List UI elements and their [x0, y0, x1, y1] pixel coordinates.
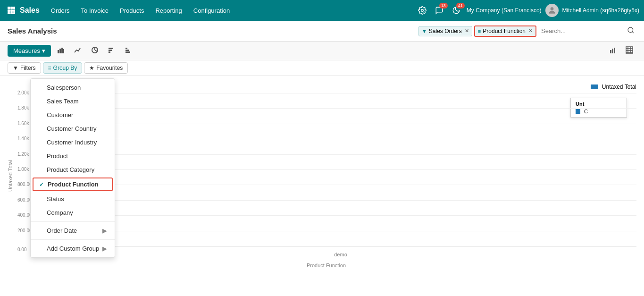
groupby-product-category[interactable]: Product Category [31, 163, 115, 177]
svg-line-12 [632, 32, 634, 33]
y-label-400: 400.00 [17, 212, 32, 218]
top-navigation: Sales Orders To Invoice Products Reporti… [0, 0, 644, 21]
y-label-1200: 1.20k [17, 152, 29, 157]
settings-icon-btn[interactable] [416, 4, 429, 17]
svg-rect-4 [10, 9, 13, 12]
page-title: Sales Analysis [8, 27, 57, 35]
y-label-800: 800.00 [17, 182, 32, 187]
favourites-button[interactable]: ★ Favourites [84, 62, 128, 74]
groupby-order-date[interactable]: Order Date ▶ [31, 224, 115, 237]
checkmark-product-category [38, 167, 44, 173]
nav-configuration[interactable]: Configuration [189, 4, 234, 17]
legend-color-swatch [591, 85, 598, 89]
svg-rect-0 [8, 7, 10, 9]
filter-icon: ▼ [422, 28, 427, 34]
svg-rect-20 [109, 51, 110, 53]
user-avatar[interactable] [545, 4, 559, 17]
checkmark-sales-team [38, 98, 44, 105]
y-label-1400: 1.40k [17, 136, 29, 141]
y-label-600: 600.00 [17, 197, 32, 203]
svg-rect-25 [125, 51, 130, 53]
groupby-product[interactable]: Product [31, 149, 115, 163]
measures-button[interactable]: Measures ▾ [8, 45, 51, 57]
filters-label: Filters [20, 65, 36, 71]
measures-dropdown-icon: ▾ [42, 47, 45, 54]
groupby-add-custom[interactable]: Add Custom Group ▶ [31, 242, 115, 255]
groupby-sales-team[interactable]: Sales Team [31, 94, 115, 108]
company-name: My Company (San Francisco) [467, 7, 542, 14]
y-label-200: 200.00 [17, 228, 32, 233]
svg-rect-1 [10, 7, 13, 9]
groupby-salesperson-label: Salesperson [47, 84, 81, 91]
svg-rect-27 [612, 49, 613, 53]
filters-button[interactable]: ▼ Filters [8, 62, 41, 74]
nav-to-invoice[interactable]: To Invoice [76, 4, 114, 17]
nav-orders[interactable]: Orders [46, 4, 75, 17]
bar-chart-button[interactable] [54, 44, 68, 57]
groupby-company-label: Company [47, 209, 73, 216]
activities-badge: 41 [456, 3, 465, 8]
pie-chart-button[interactable] [88, 44, 102, 57]
svg-rect-5 [13, 9, 15, 12]
line-chart-button[interactable] [71, 44, 85, 57]
groupby-company[interactable]: Company [31, 206, 115, 220]
dropdown-divider-2 [31, 239, 115, 240]
groupby-customer-industry-label: Customer Industry [47, 139, 97, 146]
groupby-customer-country[interactable]: Customer Country [31, 122, 115, 135]
svg-rect-24 [125, 50, 129, 51]
search-input[interactable] [538, 25, 623, 36]
dropdown-divider-1 [31, 221, 115, 222]
checkmark-order-date [38, 228, 44, 234]
legend-label: Untaxed Total [602, 84, 636, 90]
filter-icon-symbol: ▼ [13, 65, 18, 71]
groupby-button[interactable]: ≡ Group By [43, 62, 83, 74]
svg-point-11 [628, 27, 633, 33]
apps-menu-button[interactable] [5, 4, 18, 17]
search-tag-sales-orders[interactable]: ▼ Sales Orders ✕ [418, 26, 472, 36]
descending-sort-button[interactable] [122, 44, 136, 57]
groupby-sales-team-label: Sales Team [47, 98, 79, 105]
svg-line-19 [95, 50, 97, 51]
y-label-1600: 1.60k [17, 121, 29, 126]
svg-rect-2 [13, 7, 15, 9]
groupby-product-label: Product [47, 152, 68, 160]
search-area: ▼ Sales Orders ✕ ≡ Product Function ✕ [61, 25, 636, 37]
search-tag-product-function-label: Product Function [483, 28, 526, 34]
search-tag-sales-orders-label: Sales Orders [429, 28, 462, 34]
groupby-product-category-label: Product Category [47, 166, 94, 173]
search-tag-product-function-close[interactable]: ✕ [528, 28, 533, 34]
svg-rect-15 [61, 48, 63, 53]
svg-rect-6 [8, 12, 10, 14]
groupby-customer-industry[interactable]: Customer Industry [31, 135, 115, 149]
groupby-customer-label: Customer [47, 111, 73, 118]
toolbar: Measures ▾ [0, 42, 644, 60]
svg-rect-16 [63, 49, 64, 53]
table-view-button[interactable] [622, 44, 636, 57]
ascending-sort-button[interactable] [105, 44, 119, 57]
groupby-product-function[interactable]: ✓ Product Function [33, 178, 113, 191]
messages-badge: 13 [439, 3, 448, 8]
groupby-dropdown: Salesperson Sales Team Customer Customer… [30, 78, 115, 258]
order-date-arrow: ▶ [102, 227, 107, 234]
groupby-status-label: Status [47, 195, 64, 203]
groupby-label: Group By [53, 65, 77, 71]
checkmark-company [38, 210, 44, 216]
search-button[interactable] [625, 25, 636, 37]
y-label-1800: 1.80k [17, 105, 29, 110]
messages-icon-btn[interactable]: 13 [433, 4, 446, 17]
star-icon: ★ [89, 65, 94, 71]
activities-icon-btn[interactable]: 41 [450, 4, 463, 17]
groupby-product-function-label: Product Function [48, 181, 99, 188]
groupby-order-date-label: Order Date [47, 227, 77, 234]
nav-reporting[interactable]: Reporting [151, 4, 186, 17]
svg-rect-14 [59, 49, 61, 53]
groupby-salesperson[interactable]: Salesperson [31, 81, 115, 94]
groupby-customer[interactable]: Customer [31, 108, 115, 122]
chart-view-button[interactable] [606, 44, 620, 57]
groupby-icon: ≡ [478, 28, 481, 34]
nav-products[interactable]: Products [115, 4, 149, 17]
search-tag-product-function[interactable]: ≡ Product Function ✕ [474, 25, 536, 37]
search-tag-sales-orders-close[interactable]: ✕ [465, 28, 469, 34]
topnav-right: 13 41 My Company (San Francisco) Mitchel… [416, 4, 639, 17]
groupby-status[interactable]: Status [31, 192, 115, 206]
